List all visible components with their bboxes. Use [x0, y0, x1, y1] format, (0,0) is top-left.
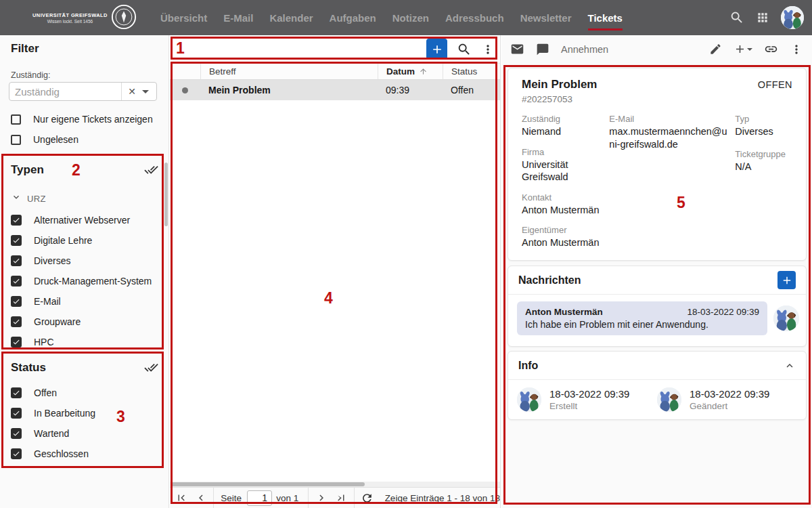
nav-item-newsletter[interactable]: Newsletter — [520, 12, 572, 24]
field-ticketgruppe: Ticketgruppe N/A — [735, 149, 792, 173]
assignee-select[interactable]: ✕ — [9, 82, 157, 101]
nav-item-uebersicht[interactable]: Übersicht — [160, 12, 207, 24]
ticket-summary-card: Mein Problem OFFEN #202257053 Zuständig … — [508, 68, 807, 261]
col-betreff[interactable]: Betreff — [200, 64, 378, 79]
checkbox-checked[interactable] — [11, 448, 22, 459]
next-page-icon[interactable] — [311, 488, 331, 508]
user-avatar — [773, 305, 799, 331]
nachrichten-title: Nachrichten — [518, 274, 581, 287]
assignee-label: Zuständig: — [11, 70, 50, 80]
col-datum[interactable]: Datum — [378, 64, 443, 79]
chat-icon[interactable] — [536, 43, 549, 56]
checkbox-unchecked[interactable] — [11, 114, 21, 125]
first-page-icon[interactable] — [171, 488, 191, 508]
modified-date: 18-03-2022 09:39 — [690, 388, 769, 400]
kebab-menu-icon[interactable] — [790, 43, 803, 56]
sort-up-icon — [419, 67, 428, 76]
typ-item[interactable]: Groupware — [11, 316, 158, 327]
sidebar-title: Filter — [11, 42, 39, 56]
field-eigentuemer: Eigentümer Anton Mustermän — [522, 225, 609, 249]
assignee-input[interactable] — [9, 86, 121, 98]
new-ticket-button[interactable] — [426, 39, 447, 60]
status-item[interactable]: Geschlossen — [11, 448, 158, 459]
status-title: Status — [11, 361, 46, 375]
filter-own-tickets[interactable]: Nur eigene Tickets anzeigen — [11, 114, 153, 125]
ticket-row[interactable]: Mein Problem 09:39 Offen — [170, 80, 500, 100]
message-date: 18-03-2022 09:39 — [687, 307, 759, 317]
col-status[interactable]: Status — [443, 64, 500, 79]
typ-item[interactable]: Digitale Lehre — [11, 234, 158, 246]
row-status: Offen — [443, 80, 500, 100]
checkbox-checked[interactable] — [11, 215, 22, 226]
nav-item-kalender[interactable]: Kalender — [269, 12, 313, 24]
kebab-menu-icon[interactable] — [481, 43, 495, 56]
checkbox-checked[interactable] — [11, 387, 22, 398]
apps-grid-icon[interactable] — [756, 11, 769, 24]
nav-item-email[interactable]: E-Mail — [223, 12, 253, 24]
info-modified: 18-03-2022 09:39 Geändert — [657, 387, 797, 412]
nav-item-tickets[interactable]: Tickets — [588, 12, 623, 24]
last-page-icon[interactable] — [331, 488, 351, 508]
row-betreff: Mein Problem — [200, 80, 378, 100]
edit-icon[interactable] — [709, 43, 722, 56]
horizontal-scrollbar-thumb[interactable] — [171, 482, 365, 486]
status-item[interactable]: Wartend — [11, 427, 158, 439]
page-of-label: von 1 — [276, 493, 298, 503]
sidebar-scrollbar[interactable] — [164, 163, 168, 226]
message-author: Anton Mustermän — [525, 307, 603, 317]
chevron-up-icon[interactable] — [784, 360, 796, 372]
created-label: Erstellt — [549, 401, 629, 411]
search-icon[interactable] — [729, 10, 744, 25]
checkbox-checked[interactable] — [11, 296, 22, 307]
select-all-icon[interactable] — [144, 360, 158, 375]
detail-toolbar: Annehmen — [501, 35, 812, 63]
checkbox-checked[interactable] — [11, 316, 22, 327]
list-toolbar — [170, 35, 500, 63]
checkbox-checked[interactable] — [11, 276, 22, 287]
checkbox-checked[interactable] — [11, 428, 22, 439]
select-all-icon[interactable] — [144, 163, 158, 177]
clear-icon[interactable]: ✕ — [122, 86, 142, 97]
add-dropdown-button[interactable] — [734, 43, 752, 56]
search-tickets-icon[interactable] — [457, 42, 472, 57]
checkbox-checked[interactable] — [11, 235, 22, 246]
typ-item[interactable]: Diverses — [11, 255, 158, 266]
add-message-button[interactable] — [777, 271, 796, 289]
message-text: Ich habe ein Problem mit einer Anwendung… — [525, 319, 759, 330]
filter-unread[interactable]: Ungelesen — [11, 134, 78, 145]
field-typ: Typ Diverses — [735, 114, 792, 138]
info-title: Info — [518, 360, 538, 372]
nav-item-notizen[interactable]: Notizen — [392, 12, 429, 24]
topbar: UNIVERSITÄT GREIFSWALD Wissen lockt. Sei… — [0, 0, 812, 35]
envelope-icon[interactable] — [510, 42, 524, 56]
link-icon[interactable] — [764, 42, 778, 56]
checkbox-checked[interactable] — [11, 337, 22, 347]
prev-page-icon[interactable] — [191, 488, 210, 508]
unread-dot — [182, 87, 188, 93]
typen-group-urz[interactable]: URZ — [11, 192, 158, 205]
nav-item-aufgaben[interactable]: Aufgaben — [330, 12, 376, 24]
typ-item[interactable]: Druck-Management-System — [11, 275, 158, 287]
status-item[interactable]: Offen — [11, 387, 158, 398]
checkbox-unchecked[interactable] — [11, 135, 21, 145]
typ-item[interactable]: Alternativer Webserver — [11, 214, 158, 226]
annehmen-button[interactable]: Annehmen — [561, 44, 608, 55]
user-avatar[interactable] — [781, 6, 804, 29]
ticket-status-badge: OFFEN — [758, 77, 792, 90]
page-number-input[interactable] — [247, 490, 272, 506]
status-item[interactable]: In Bearbeitung — [11, 407, 158, 419]
typ-item[interactable]: E-Mail — [11, 295, 158, 307]
refresh-icon[interactable] — [357, 488, 376, 508]
typen-title: Typen — [11, 163, 44, 177]
logo-line2: Wissen lockt. Seit 1456 — [32, 19, 108, 24]
checkbox-checked[interactable] — [11, 255, 22, 266]
typ-item[interactable]: HPC — [11, 336, 158, 347]
dropdown-caret-icon[interactable] — [142, 90, 149, 93]
col-unread — [170, 64, 200, 79]
checkbox-checked[interactable] — [11, 408, 22, 419]
row-datum: 09:39 — [378, 80, 443, 100]
nav-item-adressbuch[interactable]: Adressbuch — [445, 12, 504, 24]
ticket-list-pane: Betreff Datum Status Mein Problem 09:39 … — [170, 35, 501, 508]
info-created: 18-03-2022 09:39 Erstellt — [517, 387, 657, 412]
modified-label: Geändert — [690, 401, 769, 411]
